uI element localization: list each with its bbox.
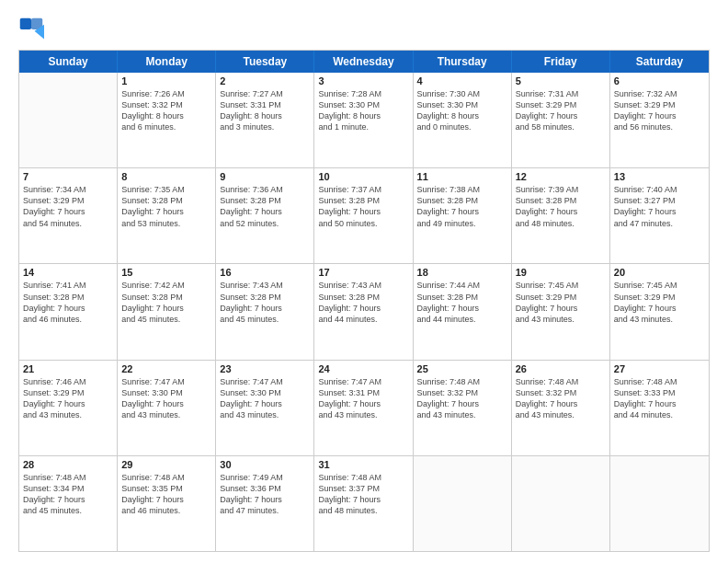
day-number: 16 [220,267,310,278]
cell-line: Daylight: 7 hours [23,303,113,314]
cell-line: and 44 minutes. [318,314,408,325]
cell-line: Daylight: 7 hours [23,398,113,409]
cell-line: Sunrise: 7:40 AM [614,184,705,195]
day-number: 1 [121,75,211,86]
page: SundayMondayTuesdayWednesdayThursdayFrid… [0,0,728,563]
cell-line: Daylight: 7 hours [121,303,211,314]
cal-cell: 25Sunrise: 7:48 AMSunset: 3:32 PMDayligh… [414,361,512,455]
cell-line: Sunrise: 7:48 AM [318,472,408,483]
cal-cell: 27Sunrise: 7:48 AMSunset: 3:33 PMDayligh… [610,361,709,455]
day-number: 19 [516,267,606,278]
day-number: 25 [417,363,507,374]
cell-line: Daylight: 7 hours [23,494,113,505]
cal-cell: 7Sunrise: 7:34 AMSunset: 3:29 PMDaylight… [19,168,118,263]
cal-cell: 22Sunrise: 7:47 AMSunset: 3:30 PMDayligh… [118,361,216,455]
cal-cell: 30Sunrise: 7:49 AMSunset: 3:36 PMDayligh… [216,456,314,551]
day-number: 6 [614,75,705,86]
cell-line: Daylight: 7 hours [516,303,606,314]
cal-header-tuesday: Tuesday [216,51,314,73]
cal-cell: 31Sunrise: 7:48 AMSunset: 3:37 PMDayligh… [314,456,413,551]
cal-cell: 15Sunrise: 7:42 AMSunset: 3:28 PMDayligh… [118,264,216,359]
cell-line: Sunrise: 7:31 AM [516,88,606,99]
cell-line: Daylight: 7 hours [516,398,606,409]
cell-line: Daylight: 7 hours [614,303,705,314]
cell-line: Sunrise: 7:27 AM [220,88,310,99]
cal-cell: 24Sunrise: 7:47 AMSunset: 3:31 PMDayligh… [314,361,413,455]
cell-line: Sunrise: 7:42 AM [121,280,211,291]
cell-line: Sunset: 3:28 PM [121,195,211,206]
cal-week-4: 21Sunrise: 7:46 AMSunset: 3:29 PMDayligh… [19,361,709,456]
cell-line: Sunrise: 7:48 AM [614,376,705,387]
cell-line: Sunset: 3:29 PM [614,292,705,303]
cal-header-saturday: Saturday [610,51,709,73]
cell-line: Daylight: 7 hours [220,494,310,505]
cell-line: Daylight: 7 hours [614,206,705,217]
cell-line: Sunset: 3:29 PM [23,387,113,398]
cal-week-5: 28Sunrise: 7:48 AMSunset: 3:34 PMDayligh… [19,456,709,551]
cell-line: Sunset: 3:31 PM [318,387,408,398]
cal-cell: 3Sunrise: 7:28 AMSunset: 3:30 PMDaylight… [314,73,413,167]
cal-cell [610,456,709,551]
day-number: 26 [516,363,606,374]
cal-header-monday: Monday [118,51,216,73]
cal-cell [414,456,512,551]
header [18,17,710,42]
cell-line: Sunset: 3:37 PM [318,483,408,494]
cal-cell: 18Sunrise: 7:44 AMSunset: 3:28 PMDayligh… [414,264,512,359]
cell-line: and 43 minutes. [220,409,310,420]
cell-line: Sunset: 3:28 PM [417,292,507,303]
cell-line: Sunrise: 7:30 AM [417,88,507,99]
cell-line: and 45 minutes. [23,505,113,516]
cell-line: and 48 minutes. [318,505,408,516]
cell-line: Sunrise: 7:36 AM [220,184,310,195]
cell-line: Sunrise: 7:35 AM [121,184,211,195]
cell-line: and 52 minutes. [220,218,310,229]
cal-cell: 1Sunrise: 7:26 AMSunset: 3:32 PMDaylight… [118,73,216,167]
cal-cell: 14Sunrise: 7:41 AMSunset: 3:28 PMDayligh… [19,264,118,359]
calendar-body: 1Sunrise: 7:26 AMSunset: 3:32 PMDaylight… [19,73,709,551]
cell-line: Daylight: 7 hours [318,398,408,409]
cell-line: Sunrise: 7:46 AM [23,376,113,387]
cell-line: and 49 minutes. [417,218,507,229]
cell-line: Daylight: 8 hours [220,110,310,121]
cell-line: Sunset: 3:33 PM [614,387,705,398]
day-number: 7 [23,171,113,182]
day-number: 29 [121,459,211,470]
day-number: 12 [516,171,606,182]
cell-line: Sunset: 3:28 PM [417,195,507,206]
cell-line: Daylight: 7 hours [318,303,408,314]
cell-line: Sunset: 3:30 PM [121,387,211,398]
calendar-header: SundayMondayTuesdayWednesdayThursdayFrid… [19,51,709,73]
day-number: 2 [220,75,310,86]
cell-line: Daylight: 7 hours [121,206,211,217]
day-number: 22 [121,363,211,374]
day-number: 31 [318,459,408,470]
cal-cell: 11Sunrise: 7:38 AMSunset: 3:28 PMDayligh… [414,168,512,263]
cell-line: and 43 minutes. [516,314,606,325]
cell-line: and 47 minutes. [614,218,705,229]
cal-cell: 21Sunrise: 7:46 AMSunset: 3:29 PMDayligh… [19,361,118,455]
cell-line: and 44 minutes. [614,409,705,420]
cell-line: and 46 minutes. [121,505,211,516]
cal-cell: 13Sunrise: 7:40 AMSunset: 3:27 PMDayligh… [610,168,709,263]
cell-line: Sunset: 3:36 PM [220,483,310,494]
cal-cell: 12Sunrise: 7:39 AMSunset: 3:28 PMDayligh… [512,168,610,263]
cell-line: Sunset: 3:29 PM [516,292,606,303]
cal-cell: 17Sunrise: 7:43 AMSunset: 3:28 PMDayligh… [314,264,413,359]
cell-line: Sunset: 3:35 PM [121,483,211,494]
cal-cell [19,73,118,167]
day-number: 14 [23,267,113,278]
cell-line: Sunrise: 7:47 AM [220,376,310,387]
cell-line: and 47 minutes. [220,505,310,516]
cell-line: Daylight: 7 hours [23,206,113,217]
cell-line: Sunrise: 7:45 AM [614,280,705,291]
cell-line: and 43 minutes. [23,409,113,420]
day-number: 27 [614,363,705,374]
day-number: 10 [318,171,408,182]
cell-line: Sunset: 3:32 PM [516,387,606,398]
cell-line: Daylight: 7 hours [417,398,507,409]
cal-cell: 19Sunrise: 7:45 AMSunset: 3:29 PMDayligh… [512,264,610,359]
cal-cell: 16Sunrise: 7:43 AMSunset: 3:28 PMDayligh… [216,264,314,359]
cell-line: Daylight: 7 hours [614,398,705,409]
cell-line: Daylight: 7 hours [417,303,507,314]
